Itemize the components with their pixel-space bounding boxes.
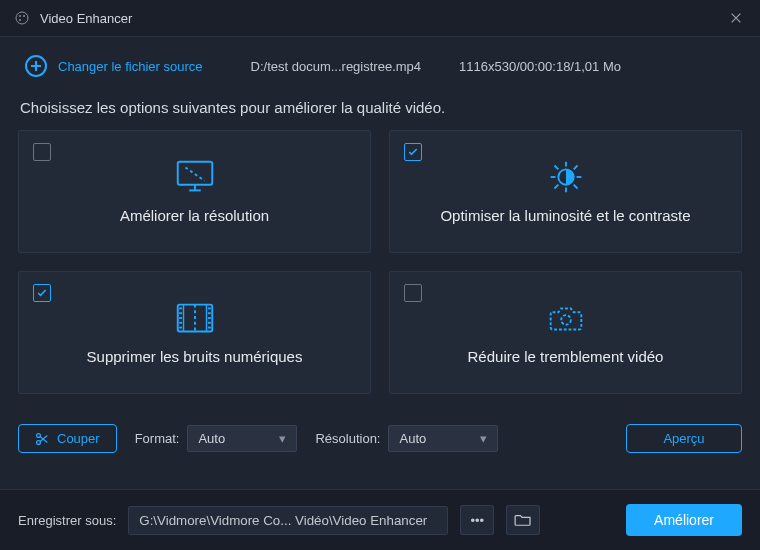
dots-icon: ••• [470, 513, 484, 528]
svg-line-15 [573, 185, 577, 189]
footer: Enregistrer sous: ••• Améliorer [0, 489, 760, 550]
card-brightness[interactable]: Optimiser la luminosité et le contraste [389, 130, 742, 253]
svg-rect-26 [179, 327, 182, 329]
preview-label: Aperçu [663, 431, 704, 446]
change-source-button[interactable]: Changer le fichier source [24, 54, 203, 78]
titlebar: Video Enhancer [0, 0, 760, 37]
checkbox-shake[interactable] [404, 284, 422, 302]
save-under-label: Enregistrer sous: [18, 513, 116, 528]
svg-rect-22 [179, 308, 182, 310]
card-shake[interactable]: Réduire le tremblement vidéo [389, 271, 742, 394]
more-options-button[interactable]: ••• [460, 505, 494, 535]
cut-label: Couper [57, 431, 100, 446]
format-select[interactable]: Auto ▾ [187, 425, 297, 452]
brightness-icon [543, 157, 589, 197]
svg-rect-30 [207, 322, 210, 324]
checkbox-noise[interactable] [33, 284, 51, 302]
checkbox-resolution[interactable] [33, 143, 51, 161]
preview-button[interactable]: Aperçu [626, 424, 742, 453]
svg-line-16 [554, 185, 558, 189]
card-resolution[interactable]: Améliorer la résolution [18, 130, 371, 253]
svg-point-0 [16, 12, 28, 24]
svg-rect-23 [179, 312, 182, 314]
svg-rect-25 [179, 322, 182, 324]
svg-rect-29 [207, 317, 210, 319]
resolution-label: Résolution: [315, 431, 380, 446]
chevron-down-icon: ▾ [279, 431, 286, 446]
svg-point-32 [561, 315, 571, 325]
enhance-button[interactable]: Améliorer [626, 504, 742, 536]
svg-rect-24 [179, 317, 182, 319]
svg-point-2 [23, 15, 25, 17]
format-group: Format: Auto ▾ [135, 425, 298, 452]
svg-point-1 [19, 15, 21, 17]
chevron-down-icon: ▾ [480, 431, 487, 446]
card-noise[interactable]: Supprimer les bruits numériques [18, 271, 371, 394]
monitor-icon [172, 157, 218, 197]
svg-rect-27 [207, 308, 210, 310]
close-icon [729, 11, 743, 25]
close-button[interactable] [726, 8, 746, 28]
plus-circle-icon [24, 54, 48, 78]
enhance-label: Améliorer [654, 512, 714, 528]
controls-row: Couper Format: Auto ▾ Résolution: Auto ▾… [18, 424, 742, 453]
app-title: Video Enhancer [40, 11, 726, 26]
svg-line-14 [554, 166, 558, 170]
scissors-icon [35, 432, 49, 446]
resolution-group: Résolution: Auto ▾ [315, 425, 498, 452]
svg-rect-31 [207, 327, 210, 329]
save-path-input[interactable] [128, 506, 448, 535]
card-shake-label: Réduire le tremblement vidéo [430, 348, 702, 367]
source-toolbar: Changer le fichier source D:/test docum.… [0, 37, 760, 95]
source-file-path: D:/test docum...registree.mp4 [251, 59, 422, 74]
format-label: Format: [135, 431, 180, 446]
svg-rect-5 [177, 162, 212, 185]
main-content: Choisissez les options suivantes pour am… [0, 95, 760, 489]
source-file-info: 1116x530/00:00:18/1,01 Mo [459, 59, 621, 74]
card-brightness-label: Optimiser la luminosité et le contraste [402, 207, 728, 226]
card-noise-label: Supprimer les bruits numériques [49, 348, 341, 367]
options-grid: Améliorer la résolution [18, 130, 742, 394]
svg-rect-28 [207, 312, 210, 314]
palette-icon [14, 10, 30, 26]
svg-point-3 [19, 19, 21, 21]
camera-icon [543, 298, 589, 338]
checkbox-brightness[interactable] [404, 143, 422, 161]
resolution-value: Auto [399, 431, 426, 446]
format-value: Auto [198, 431, 225, 446]
svg-line-17 [573, 166, 577, 170]
cut-button[interactable]: Couper [18, 424, 117, 453]
filmstrip-icon [172, 298, 218, 338]
folder-icon [514, 513, 532, 527]
card-resolution-label: Améliorer la résolution [82, 207, 307, 226]
svg-line-6 [185, 168, 204, 181]
resolution-select[interactable]: Auto ▾ [388, 425, 498, 452]
instruction-text: Choisissez les options suivantes pour am… [20, 99, 740, 116]
open-folder-button[interactable] [506, 505, 540, 535]
change-source-label: Changer le fichier source [58, 59, 203, 74]
